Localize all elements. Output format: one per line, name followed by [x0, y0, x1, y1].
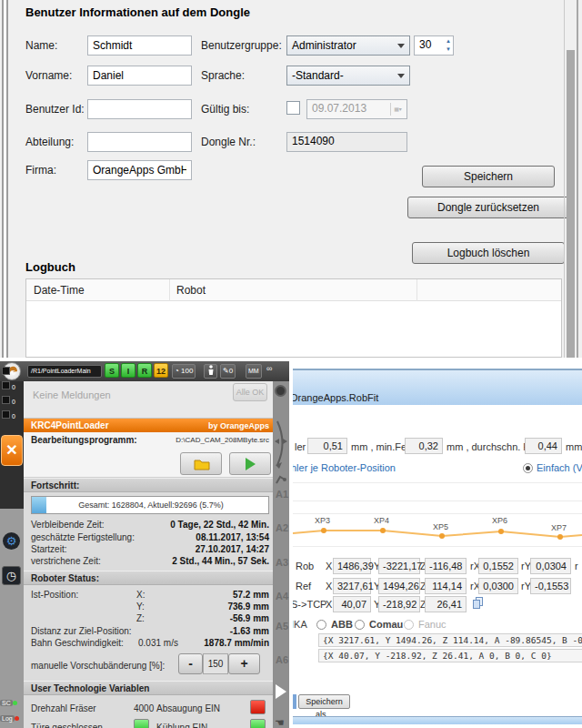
feed-minus-button[interactable]: - — [178, 653, 203, 674]
chart-point-xp5[interactable] — [439, 533, 445, 539]
ref-x-field[interactable]: 3217,61 — [333, 578, 371, 594]
progress-section-header: Fortschritt: — [24, 478, 273, 492]
firma-input[interactable] — [87, 160, 192, 180]
override-indicator[interactable]: ◔ 100 — [172, 364, 196, 379]
jog-key-icon[interactable] — [2, 367, 10, 375]
chart-point-xp3[interactable] — [321, 528, 326, 533]
calendar-dropdown-icon[interactable]: ▦▾ — [390, 103, 405, 116]
ref-y-field[interactable]: 1494,26 — [378, 578, 420, 594]
ack-all-button[interactable]: Alle OK — [233, 383, 267, 401]
abteilung-input[interactable] — [87, 132, 192, 152]
play-arrow-icon[interactable] — [276, 684, 286, 699]
abb-radio[interactable] — [316, 620, 326, 630]
jog-key-icon[interactable] — [2, 381, 10, 389]
chart-point-xp7[interactable] — [557, 534, 563, 540]
status-submit-interpreter[interactable]: S — [105, 363, 119, 378]
col-x-label: X — [326, 561, 332, 571]
tcp-row-label: S->TCP — [293, 599, 326, 610]
space-mouse-arc-icon[interactable] — [274, 418, 288, 469]
tcp-y-field[interactable]: -218,92 — [378, 596, 420, 612]
benutzergruppe-dropdown[interactable]: Administrator — [286, 35, 410, 56]
pose-code-line-1[interactable]: {X 3217.61, Y 1494.26, Z 114.14, A -89.8… — [318, 633, 582, 647]
close-app-button[interactable]: ✕ — [1, 435, 23, 466]
robot-status-header: Roboter Status: — [24, 571, 273, 585]
logbuch-col-datetime[interactable]: Date-Time — [34, 284, 85, 297]
tcp-z-field[interactable]: 26,41 — [425, 596, 467, 612]
level-spinner[interactable]: 30 ▲▼ — [414, 35, 454, 56]
err-frag-mm: mm — [566, 441, 582, 452]
z-value: -56.9 mm — [230, 613, 269, 623]
spinner-up-icon[interactable]: ▲▼ — [446, 37, 451, 54]
status-drives[interactable]: I — [121, 363, 135, 378]
chart-label-xp5: XP5 — [433, 522, 448, 531]
jog-key-icon[interactable] — [2, 410, 10, 419]
sc-chip: SC — [0, 700, 13, 706]
robfit-titlebar[interactable]: OrangeApps.RobFit — [293, 369, 582, 405]
timer-button[interactable]: ◷ — [2, 566, 21, 585]
status-tool-number[interactable]: 12 — [154, 363, 168, 378]
gueltig-bis-date-field[interactable]: 09.07.2013 ▦▾ — [306, 99, 407, 119]
rob-x-field[interactable]: 1486,39 — [333, 558, 371, 574]
chart-label-xp3: XP3 — [315, 516, 330, 525]
folder-icon — [194, 458, 210, 470]
benutzer-id-input[interactable] — [87, 99, 192, 119]
status-robot-interpreter[interactable]: R — [137, 363, 152, 378]
sc-indicator: SC — [0, 693, 17, 709]
rob-z-field[interactable]: -116,48 — [425, 558, 467, 574]
rob-rx-field[interactable]: 0,1552 — [478, 558, 518, 574]
logbuch-table: Date-Time Robot — [25, 278, 562, 358]
open-file-button[interactable] — [180, 452, 222, 475]
sprache-dropdown[interactable]: -Standard- — [286, 66, 410, 86]
ref-z-field[interactable]: 114,14 — [425, 578, 467, 594]
feed-plus-button[interactable]: + — [228, 653, 260, 674]
jog-increment-indicator[interactable]: ✎0 — [220, 364, 236, 379]
close-icon: ✕ — [5, 442, 17, 458]
vorname-input[interactable] — [87, 66, 192, 86]
coordinate-system-indicator[interactable]: MM — [246, 364, 262, 379]
green-led-icon — [13, 701, 17, 705]
globe-icon[interactable] — [275, 385, 286, 397]
einfach-radio[interactable] — [523, 463, 533, 473]
speichern-button[interactable]: Speichern — [422, 166, 555, 187]
remaining-value: 0 Tage, 22 Std., 42 Min. — [170, 520, 269, 530]
ref-rx-field[interactable]: 0,0300 — [478, 578, 518, 594]
chart-point-xp4[interactable] — [380, 528, 386, 533]
logbuch-col-robot[interactable]: Robot — [176, 284, 206, 297]
pose-code-line-2[interactable]: {X 40.07, Y -218.92, Z 26.41, A 0, B 0, … — [318, 649, 582, 662]
comau-radio[interactable] — [355, 620, 365, 630]
kuehlung-led-green — [250, 719, 266, 728]
rob-ry-field[interactable]: 0,0304 — [530, 558, 571, 574]
robfit-window: OrangeApps.RobFit ler 0,51 mm , min.Fehl… — [293, 361, 582, 728]
ref-ry-field[interactable]: -0,1553 — [530, 578, 571, 594]
start-time-label: Startzeit: — [31, 544, 66, 554]
avg-fehler-field[interactable]: 0,44 — [525, 438, 562, 454]
remaining-label: Verbleibende Zeit: — [31, 520, 105, 530]
chevron-down-icon — [397, 74, 405, 78]
robot-icon[interactable] — [275, 472, 287, 485]
section-title-link[interactable]: hler je Roboter-Position — [293, 462, 396, 473]
dongle-zuruecksetzen-button[interactable]: Dongle zurücksetzen — [407, 197, 569, 218]
elapsed-label: verstrichene Zeit: — [31, 556, 101, 566]
rob-y-field[interactable]: -3221,17 — [378, 558, 420, 574]
einfach-radio-label: Einfach (Vekt — [537, 462, 582, 473]
gueltig-bis-checkbox[interactable] — [286, 101, 300, 115]
mode-indicator[interactable] — [204, 364, 217, 379]
ref-row-label: Ref — [296, 581, 311, 592]
logbuch-loeschen-button[interactable]: Logbuch löschen — [412, 242, 565, 264]
fanuc-radio[interactable] — [404, 620, 414, 630]
active-program-name[interactable]: /R1/PointLoaderMain — [27, 365, 102, 378]
tcp-x-field[interactable]: 40,07 — [333, 596, 371, 612]
max-fehler-field[interactable]: 0,51 — [307, 438, 347, 454]
settings-button[interactable]: ⚙ — [3, 532, 20, 550]
start-button[interactable] — [229, 452, 271, 475]
save-as-button[interactable]: Speichern als... — [298, 694, 350, 709]
jog-key-icon[interactable] — [2, 396, 10, 404]
scrollbar-thumb[interactable] — [567, 50, 575, 358]
copy-icon[interactable] — [473, 597, 486, 610]
chart-point-xp6[interactable] — [498, 529, 504, 534]
message-text: Keine Meldungen — [33, 389, 111, 400]
hand-jog-icon[interactable]: ☚ — [275, 716, 285, 728]
min-fehler-field[interactable]: 0,32 — [405, 438, 443, 454]
distanz-label: Distanz zur Ziel-Position: — [31, 626, 132, 636]
name-input[interactable] — [87, 35, 192, 56]
